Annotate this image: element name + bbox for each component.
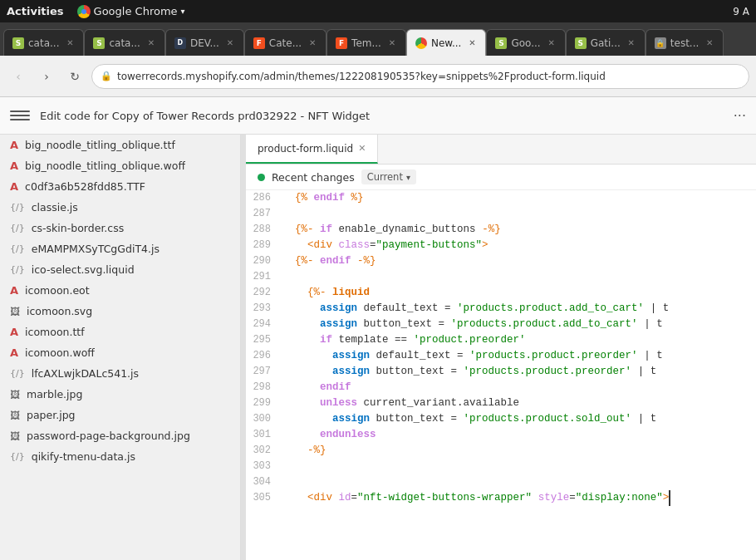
reload-button[interactable]: ↻ [63,65,86,88]
line-number: 295 [246,332,279,348]
sidebar-item-icomoon-woff[interactable]: A icomoon.woff [0,342,240,363]
font-file-icon: A [10,160,18,172]
code-line-302: 302 -%} [246,443,756,459]
browser-tab-7[interactable]: S Goo... ✕ [486,29,565,56]
sidebar-item-cs-skin[interactable]: {/} cs-skin-border.css [0,218,240,238]
sidebar-item-icomoon-eot[interactable]: A icomoon.eot [0,280,240,301]
code-line-286: 286 {% endif %} [246,190,756,206]
tab-close-8[interactable]: ✕ [625,37,638,50]
changes-label-text: Recent changes [272,171,355,184]
sidebar-item-big-noodle-woff[interactable]: A big_noodle_titling_oblique.woff [0,155,240,176]
chrome-dropdown-icon[interactable]: ▾ [181,7,185,16]
sidebar-item-big-noodle-ttf[interactable]: A big_noodle_titling_oblique.ttf [0,135,240,155]
current-version-badge[interactable]: Current ▾ [361,169,416,184]
tab-label-6: New... [431,37,462,49]
code-line-287: 287 [246,206,756,222]
back-button[interactable]: ‹ [7,65,30,88]
code-line-299: 299 unless current_variant.available [246,395,756,411]
tab-label-8: Gati... [591,37,621,49]
tab-close-2[interactable]: ✕ [145,37,158,50]
line-content: {%- if enable_dynamic_buttons -%} [279,222,756,238]
system-time: 9 A [733,6,749,17]
changes-indicator-dot [258,174,265,181]
sidebar-item-qikify[interactable]: {/} qikify-tmenu-data.js [0,446,240,467]
browser-tab-8[interactable]: S Gati... ✕ [566,29,646,56]
font-file-icon: A [10,139,18,151]
sidebar-item-password-bg[interactable]: 🖼 password-page-background.jpg [0,425,240,446]
browser-tab-3[interactable]: D DEV... ✕ [165,29,244,56]
line-number: 287 [246,206,279,222]
font-file-icon: A [10,326,18,338]
browser-tab-6[interactable]: New... ✕ [406,29,487,56]
browser-tab-5[interactable]: F Tem... ✕ [326,29,406,56]
tab-close-7[interactable]: ✕ [545,37,558,50]
file-label: cs-skin-border.css [32,222,125,234]
current-label: Current [367,171,403,183]
editor-header: Edit code for Copy of Tower Records prd0… [0,97,756,135]
file-label: icomoon.eot [25,284,90,297]
file-label: password-page-background.jpg [27,430,190,442]
current-dropdown-icon: ▾ [406,173,410,182]
line-number: 299 [246,395,279,411]
code-line-290: 290 {%- endif -%} [246,253,756,269]
tab-favicon-8: S [575,37,587,49]
img-file-icon: 🖼 [10,430,20,442]
line-content: <div id="nft-widget-buttons-wrapper" sty… [279,490,756,506]
line-number: 291 [246,269,279,285]
url-bar[interactable]: 🔒 towerrecords.myshopify.com/admin/theme… [91,64,749,89]
browser-tab-9[interactable]: 🔒 test... ✕ [646,29,724,56]
browser-tab-4[interactable]: F Cate... ✕ [244,29,326,56]
sidebar-item-paper[interactable]: 🖼 paper.jpg [0,405,240,425]
tab-label-3: DEV... [190,37,219,49]
editor-tab-product-form[interactable]: product-form.liquid ✕ [246,135,378,164]
forward-button[interactable]: › [35,65,58,88]
tab-close-6[interactable]: ✕ [465,37,479,50]
tab-favicon-7: S [495,37,507,49]
lock-icon: 🔒 [101,71,112,81]
tab-close-3[interactable]: ✕ [223,37,237,50]
code-line-295: 295 if template == 'product.preorder' [246,332,756,348]
sidebar-item-emappm[interactable]: {/} eMAMPMXSyTCgGdiT4.js [0,238,240,259]
tab-favicon-2: S [93,37,105,49]
line-number: 303 [246,459,279,474]
sidebar-item-icomoon-ttf[interactable]: A icomoon.ttf [0,322,240,342]
browser-tab-1[interactable]: S cata... ✕ [3,29,84,56]
code-line-289: 289 <div class="payment-buttons"> [246,238,756,253]
line-number: 301 [246,427,279,443]
sidebar-item-ico-select[interactable]: {/} ico-select.svg.liquid [0,259,240,280]
editor-tab-close-button[interactable]: ✕ [358,143,366,154]
line-content: {% endif %} [279,190,756,206]
file-label: lfcAXLwjkDALc541.js [32,367,139,380]
font-file-icon: A [10,180,18,193]
line-number: 293 [246,301,279,317]
code-line-305: 305 <div id="nft-widget-buttons-wrapper"… [246,490,756,506]
line-number: 288 [246,222,279,238]
activities-label[interactable]: Activities [7,5,64,17]
line-number: 290 [246,253,279,269]
code-line-300: 300 assign button_text = 'products.produ… [246,411,756,427]
code-editor[interactable]: 286 {% endif %} 287 288 {%- if enable_dy… [246,190,756,560]
css-file-icon: {/} [10,223,25,233]
sidebar-item-marble[interactable]: 🖼 marble.jpg [0,384,240,405]
sidebar-item-classie[interactable]: {/} classie.js [0,197,240,218]
browser-tab-2[interactable]: S cata... ✕ [84,29,164,56]
hamburger-line-1 [10,111,30,112]
sidebar-item-c0df[interactable]: A c0df3a6b528fdd85.TTF [0,176,240,197]
file-label: big_noodle_titling_oblique.ttf [25,139,175,151]
hamburger-line-3 [10,119,30,120]
file-label: big_noodle_titling_oblique.woff [25,160,185,172]
font-file-icon: A [10,346,18,359]
tab-close-9[interactable]: ✕ [703,37,716,50]
code-line-292: 292 {%- liquid [246,285,756,301]
code-line-296: 296 assign default_text = 'products.prod… [246,348,756,364]
tab-label-7: Goo... [511,37,540,49]
tab-close-1[interactable]: ✕ [63,37,76,50]
tab-close-4[interactable]: ✕ [306,37,319,50]
tab-close-5[interactable]: ✕ [385,37,399,50]
sidebar-toggle-button[interactable] [10,106,30,125]
sidebar-item-icomoon-svg[interactable]: 🖼 icomoon.svg [0,301,240,322]
liquid-file-icon: {/} [10,264,25,275]
sidebar-item-lfcaxl[interactable]: {/} lfcAXLwjkDALc541.js [0,363,240,384]
file-label: classie.js [32,201,78,214]
editor-more-button[interactable]: ··· [734,108,746,124]
